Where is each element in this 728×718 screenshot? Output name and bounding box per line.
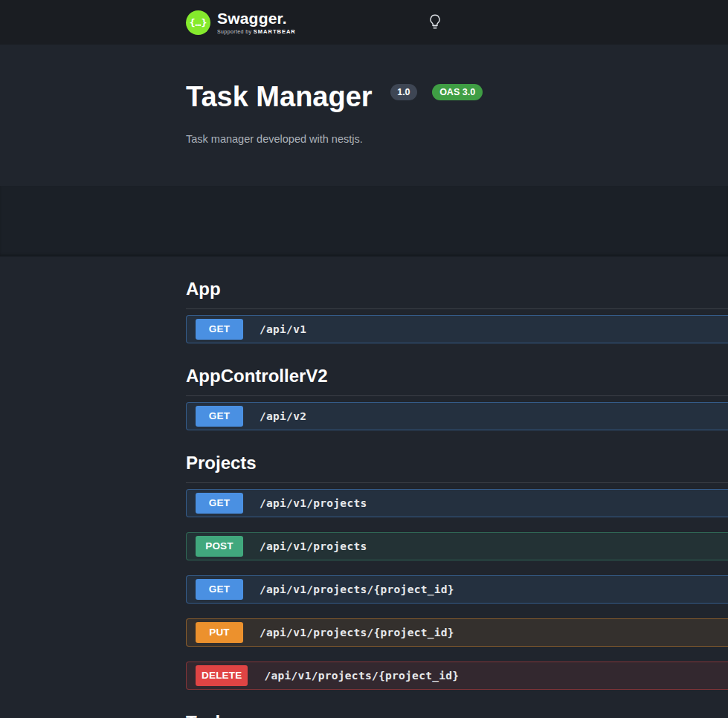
operation-path: /api/v1/projects: [260, 497, 367, 509]
swagger-wordmark: Swagger.: [217, 10, 287, 26]
operation-delete-project-by-id[interactable]: DELETE /api/v1/projects/{project_id}: [186, 662, 728, 690]
oas-badge: OAS 3.0: [432, 84, 483, 101]
api-description: Task manager developed with nestjs.: [186, 132, 728, 146]
swagger-logo-icon: {…}: [186, 10, 210, 35]
section-heading-appcontrollerv2[interactable]: AppControllerV2: [186, 366, 728, 396]
topbar-inner: {…} Swagger. Supported by SMARTBEAR: [186, 0, 728, 45]
operation-path: /api/v1/projects/{project_id}: [264, 670, 459, 682]
operation-get-project-by-id[interactable]: GET /api/v1/projects/{project_id}: [186, 575, 728, 604]
method-badge: GET: [196, 493, 243, 514]
operations-list: App GET /api/v1 AppControllerV2 GET /api…: [186, 256, 728, 718]
page-title: Task Manager 1.0 OAS 3.0: [186, 80, 728, 113]
method-badge: PUT: [196, 622, 243, 643]
section-heading-tasks[interactable]: Tasks: [186, 712, 728, 718]
operation-get-projects[interactable]: GET /api/v1/projects: [186, 489, 728, 517]
version-badge: 1.0: [390, 84, 416, 101]
operation-post-projects[interactable]: POST /api/v1/projects: [186, 532, 728, 560]
method-badge: GET: [196, 579, 243, 600]
method-badge: POST: [196, 536, 243, 557]
api-title-text: Task Manager: [186, 81, 373, 112]
operation-path: /api/v2: [260, 410, 306, 422]
section-heading-projects[interactable]: Projects: [186, 453, 728, 483]
operation-get-api-v2[interactable]: GET /api/v2: [186, 402, 728, 430]
operation-put-project-by-id[interactable]: PUT /api/v1/projects/{project_id}: [186, 618, 728, 647]
api-info-section: Task Manager 1.0 OAS 3.0 Task manager de…: [0, 45, 728, 186]
section-heading-app[interactable]: App: [186, 279, 728, 309]
tag-section-appcontrollerv2: AppControllerV2 GET /api/v2: [186, 366, 728, 430]
tag-section-tasks: Tasks: [186, 712, 728, 718]
operation-get-api-v1[interactable]: GET /api/v1: [186, 315, 728, 343]
supported-by-text: Supported by: [217, 29, 251, 34]
swagger-tagline: Supported by SMARTBEAR: [217, 29, 296, 35]
lightbulb-icon: [427, 13, 443, 32]
scheme-container: [0, 186, 728, 256]
operation-path: /api/v1/projects: [260, 540, 367, 552]
method-badge: DELETE: [196, 665, 248, 686]
operation-path: /api/v1: [260, 323, 306, 335]
method-badge: GET: [196, 319, 243, 340]
smartbear-brand: SMARTBEAR: [254, 28, 296, 35]
operation-path: /api/v1/projects/{project_id}: [260, 583, 454, 595]
tag-section-app: App GET /api/v1: [186, 279, 728, 343]
operation-path: /api/v1/projects/{project_id}: [260, 627, 454, 638]
tag-section-projects: Projects GET /api/v1/projects POST /api/…: [186, 453, 728, 690]
theme-toggle-button[interactable]: [422, 10, 448, 35]
swagger-logo-link[interactable]: {…} Swagger. Supported by SMARTBEAR: [186, 10, 296, 35]
method-badge: GET: [196, 406, 243, 427]
main-content: Task Manager 1.0 OAS 3.0 Task manager de…: [0, 45, 728, 718]
topbar: {…} Swagger. Supported by SMARTBEAR: [0, 0, 728, 45]
swagger-wordmark-block: Swagger. Supported by SMARTBEAR: [217, 10, 296, 35]
